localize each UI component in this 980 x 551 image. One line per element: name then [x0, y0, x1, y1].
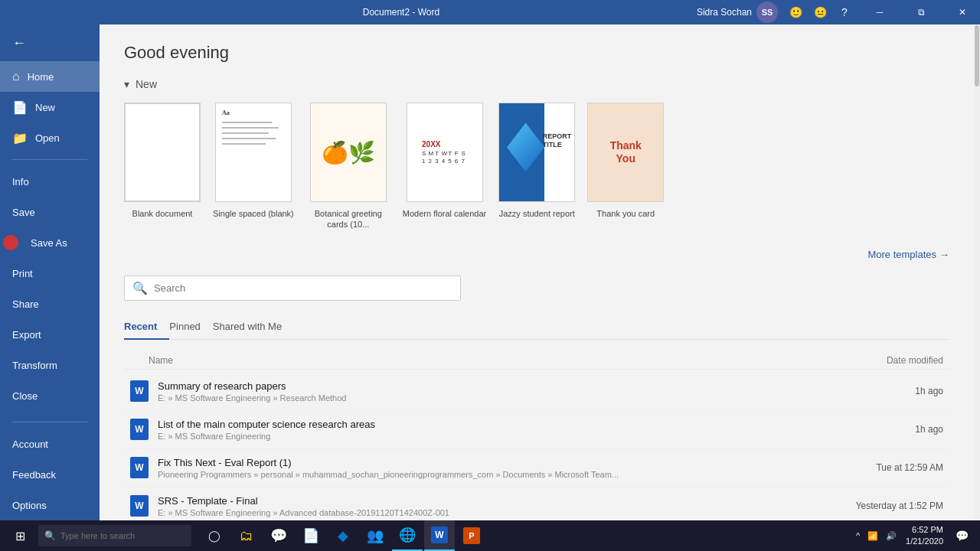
- taskbar-app-explorer[interactable]: 🗂: [231, 520, 262, 551]
- home-icon: ⌂: [12, 70, 20, 83]
- sidebar-label-new: New: [35, 102, 55, 113]
- file-item[interactable]: List of the main computer science resear…: [124, 411, 949, 449]
- word-file-icon: [130, 419, 149, 440]
- export-label: Export: [12, 329, 41, 341]
- start-button[interactable]: ⊞: [3, 520, 37, 551]
- template-thumb-calendar: 20XX SMTWTFS 1234567: [407, 103, 483, 202]
- col-date: Date modified: [887, 355, 943, 366]
- template-thumb-single: Aa: [215, 103, 292, 202]
- sidebar-item-saveas[interactable]: Save As: [0, 227, 100, 258]
- template-botanical[interactable]: 🍊🌿 Botanical greeting cards (10...: [306, 103, 390, 230]
- powerpoint-icon: P: [463, 527, 480, 544]
- sidebar-item-export[interactable]: Export: [0, 319, 100, 350]
- feedback-icon[interactable]: 😐: [808, 1, 831, 24]
- file-date: 1h ago: [915, 386, 943, 396]
- search-input[interactable]: [154, 282, 452, 294]
- file-path: Pioneering Programmers » personal » muha…: [158, 470, 867, 479]
- sidebar-item-transform[interactable]: Transform: [0, 350, 100, 380]
- botanical-preview: 🍊🌿: [322, 140, 375, 165]
- file-icon-wrap: [130, 457, 149, 478]
- taskbar-app-whatsapp[interactable]: 💬: [263, 520, 294, 551]
- template-single[interactable]: Aa Single spaced (blank): [213, 103, 294, 230]
- taskbar-app-chrome[interactable]: 🌐: [392, 520, 423, 551]
- template-label-botanical: Botanical greeting cards (10...: [306, 208, 390, 230]
- template-thankyou[interactable]: ThankYou Thank you card: [587, 103, 664, 230]
- file-name: SRS - Template - Final: [158, 495, 847, 507]
- sidebar-item-share[interactable]: Share: [0, 289, 100, 319]
- file-item[interactable]: SRS - Template - Final E: » MS Software …: [124, 487, 949, 520]
- word-icon: W: [431, 527, 448, 543]
- minimize-button[interactable]: ─: [862, 0, 897, 24]
- single-header: Aa: [222, 109, 230, 116]
- file-icon-wrap: [130, 495, 149, 517]
- template-blank[interactable]: Blank document: [124, 103, 201, 230]
- sidebar-label-home: Home: [28, 71, 54, 83]
- share-label: Share: [12, 298, 39, 310]
- sidebar-item-open[interactable]: 📁 Open: [0, 122, 100, 153]
- sidebar-item-account[interactable]: Account: [0, 429, 100, 459]
- template-thumb-botanical: 🍊🌿: [310, 103, 387, 202]
- help-icon[interactable]: ?: [833, 1, 856, 24]
- titlebar-title: Document2 - Word: [106, 7, 697, 18]
- template-label-calendar: Modern floral calendar: [403, 208, 486, 219]
- print-label: Print: [12, 268, 33, 279]
- feedback-label: Feedback: [12, 469, 56, 481]
- restore-button[interactable]: ⧉: [903, 0, 939, 24]
- sidebar-item-close[interactable]: Close: [0, 380, 100, 411]
- single-line-1: [222, 122, 273, 123]
- red-dot: [3, 235, 18, 250]
- single-line-2: [222, 127, 279, 129]
- file-icon-wrap: [130, 380, 149, 402]
- tab-recent[interactable]: Recent: [124, 316, 169, 340]
- tab-shared[interactable]: Shared with Me: [213, 316, 294, 340]
- taskbar-search[interactable]: 🔍: [38, 525, 191, 546]
- date-display: 1/21/2020: [906, 536, 943, 547]
- back-button[interactable]: ←: [0, 24, 100, 61]
- close-button[interactable]: ✕: [945, 0, 980, 24]
- sidebar-item-feedback[interactable]: Feedback: [0, 459, 100, 490]
- tab-pinned[interactable]: Pinned: [169, 316, 212, 340]
- taskbar: ⊞ 🔍 ◯ 🗂 💬 📄 ◆ 👥 🌐 W P ^ 📶 🔊 6:52 PM 1/21…: [0, 520, 980, 551]
- calendar-year: 20XX: [422, 140, 467, 148]
- sidebar-divider-1: [12, 159, 87, 160]
- jazzy-text: REPORTTITLE: [543, 132, 572, 149]
- sidebar-item-print[interactable]: Print: [0, 258, 100, 289]
- sys-expand[interactable]: ^: [853, 530, 863, 542]
- emoji-icon[interactable]: 🙂: [784, 1, 807, 24]
- word-file-icon: [130, 495, 149, 517]
- transform-label: Transform: [12, 360, 57, 371]
- file-list-header: Name Date modified: [124, 352, 949, 370]
- notification-button[interactable]: 💬: [949, 520, 974, 551]
- single-line-4: [222, 138, 276, 139]
- sys-network[interactable]: 📶: [864, 530, 881, 543]
- taskbar-app-teams[interactable]: 👥: [360, 520, 390, 551]
- taskbar-app-notepad[interactable]: 📄: [296, 520, 326, 551]
- file-name: Fix This Next - Eval Report (1): [158, 457, 867, 468]
- taskbar-app-vscode[interactable]: ◆: [328, 520, 358, 551]
- sys-volume[interactable]: 🔊: [883, 530, 900, 543]
- sidebar-item-info[interactable]: Info: [0, 166, 100, 197]
- search-icon: 🔍: [132, 281, 148, 295]
- thankyou-preview: ThankYou: [610, 139, 642, 165]
- file-item[interactable]: Fix This Next - Eval Report (1) Pioneeri…: [124, 449, 949, 487]
- taskbar-app-powerpoint[interactable]: P: [456, 520, 487, 551]
- new-section-header[interactable]: ▾ New: [124, 78, 949, 90]
- taskbar-search-input[interactable]: [60, 531, 185, 540]
- sidebar-item-save[interactable]: Save: [0, 197, 100, 227]
- more-templates-link[interactable]: More templates →: [124, 249, 949, 260]
- file-item[interactable]: Summary of research papers E: » MS Softw…: [124, 373, 949, 411]
- taskbar-app-word[interactable]: W: [424, 520, 455, 551]
- scrollbar-thumb[interactable]: [975, 25, 979, 86]
- template-calendar[interactable]: 20XX SMTWTFS 1234567 Modern floral calen…: [403, 103, 486, 230]
- scrollbar[interactable]: [974, 24, 980, 520]
- taskbar-time[interactable]: 6:52 PM 1/21/2020: [901, 523, 948, 549]
- sidebar-item-options[interactable]: Options: [0, 490, 100, 520]
- template-jazzy[interactable]: REPORTTITLE Jazzy student report: [498, 103, 575, 230]
- options-label: Options: [12, 500, 47, 511]
- file-path: E: » MS Software Engineering » Advanced …: [158, 508, 847, 517]
- taskbar-app-cortana[interactable]: ◯: [199, 520, 230, 551]
- username: Sidra Sochan: [697, 7, 752, 18]
- sidebar-item-home[interactable]: ⌂ Home: [0, 61, 100, 92]
- file-list: Summary of research papers E: » MS Softw…: [124, 373, 949, 520]
- sidebar-item-new[interactable]: 📄 New: [0, 92, 100, 122]
